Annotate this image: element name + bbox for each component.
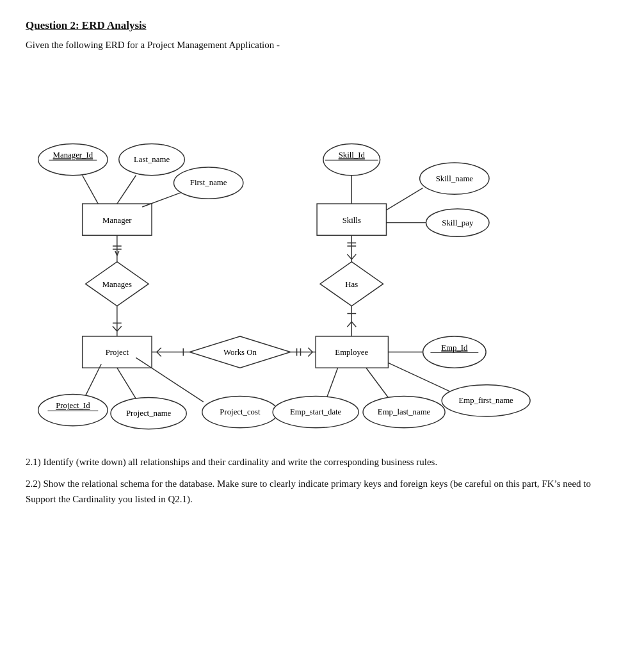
svg-line-73 bbox=[347, 254, 351, 259]
svg-line-66 bbox=[351, 322, 356, 327]
svg-text:Skill_Id: Skill_Id bbox=[339, 151, 366, 160]
svg-line-33 bbox=[117, 368, 136, 398]
svg-line-10 bbox=[117, 176, 136, 204]
svg-line-39 bbox=[157, 352, 161, 357]
intro-text: Given the following ERD for a Project Ma… bbox=[26, 40, 618, 51]
svg-line-32 bbox=[86, 364, 102, 395]
svg-text:Skills: Skills bbox=[342, 216, 361, 225]
svg-text:Manager: Manager bbox=[102, 216, 132, 225]
svg-text:Skill_name: Skill_name bbox=[436, 174, 474, 183]
svg-text:Manages: Manages bbox=[102, 280, 132, 289]
svg-text:Project_Id: Project_Id bbox=[56, 401, 90, 410]
svg-text:Has: Has bbox=[345, 280, 358, 289]
svg-text:Manager_Id: Manager_Id bbox=[53, 151, 93, 160]
questions-section: 2.1) Identify (write down) all relations… bbox=[26, 454, 618, 507]
svg-text:Emp_first_name: Emp_first_name bbox=[458, 396, 513, 405]
svg-line-22 bbox=[113, 326, 117, 331]
question-2-1: 2.1) Identify (write down) all relations… bbox=[26, 454, 618, 470]
svg-text:First_name: First_name bbox=[190, 179, 227, 188]
svg-line-65 bbox=[347, 322, 351, 327]
svg-text:Works On: Works On bbox=[223, 348, 257, 357]
svg-text:Skill_pay: Skill_pay bbox=[442, 218, 474, 227]
svg-line-46 bbox=[308, 352, 312, 357]
svg-text:Last_name: Last_name bbox=[134, 155, 170, 164]
svg-line-58 bbox=[366, 368, 388, 397]
svg-text:Project: Project bbox=[106, 348, 129, 357]
svg-line-74 bbox=[351, 254, 356, 259]
svg-line-55 bbox=[388, 363, 449, 391]
svg-text:Emp_start_date: Emp_start_date bbox=[290, 407, 342, 416]
svg-text:Project_cost: Project_cost bbox=[220, 407, 261, 416]
page-title: Question 2: ERD Analysis bbox=[26, 19, 618, 32]
svg-line-23 bbox=[117, 326, 122, 331]
question-2-2: 2.2) Show the relational schema for the … bbox=[26, 476, 618, 507]
svg-line-11 bbox=[142, 192, 181, 207]
svg-line-34 bbox=[136, 357, 203, 402]
svg-line-9 bbox=[83, 176, 99, 204]
svg-text:Project_name: Project_name bbox=[126, 409, 172, 418]
svg-line-38 bbox=[157, 348, 161, 352]
svg-text:Emp_Id: Emp_Id bbox=[441, 343, 468, 352]
svg-line-45 bbox=[308, 348, 312, 352]
svg-line-81 bbox=[386, 188, 423, 209]
svg-text:Emp_last_name: Emp_last_name bbox=[378, 407, 431, 416]
svg-line-61 bbox=[327, 368, 338, 397]
svg-text:Employee: Employee bbox=[335, 348, 368, 357]
erd-diagram: Manager Manager_Id Last_name First_name … bbox=[26, 63, 618, 435]
